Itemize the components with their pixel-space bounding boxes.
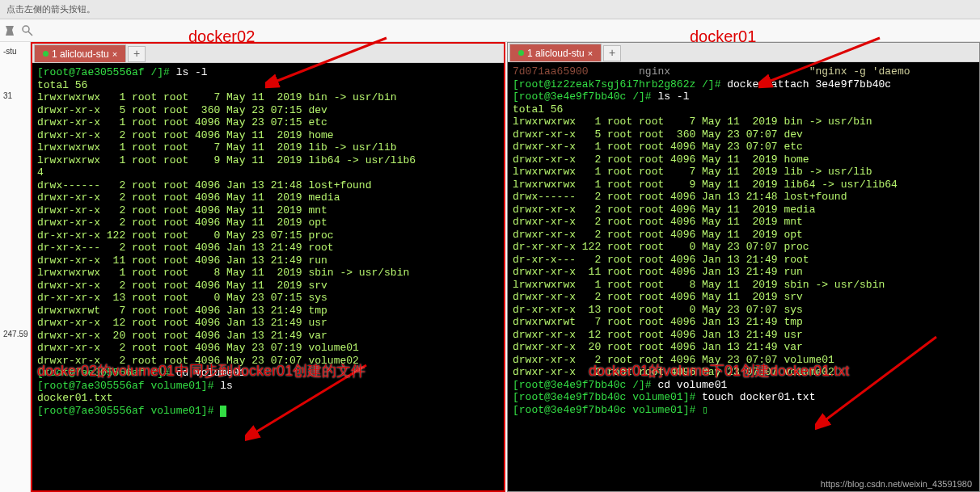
- terminal-pane-right: 1 alicloud-stu × + 7d071aa65900 nginx "n…: [507, 42, 980, 492]
- toolbar: [0, 19, 980, 42]
- status-dot-icon: [43, 51, 49, 57]
- hint-text: 点击左侧的箭头按钮。: [6, 4, 95, 14]
- close-icon[interactable]: ×: [588, 48, 593, 58]
- pin-icon[interactable]: [3, 24, 16, 37]
- sidebar-item[interactable]: 247.59: [2, 328, 28, 340]
- sidebar-item[interactable]: -stu: [2, 45, 28, 57]
- add-tab-button[interactable]: +: [128, 46, 146, 62]
- search-icon[interactable]: [21, 24, 34, 37]
- terminal-right[interactable]: 7d071aa65900 nginx "nginx -g 'daemo[root…: [508, 62, 979, 491]
- annotation-right: docker01的volume下01创建docker01.txt: [589, 361, 977, 381]
- close-icon[interactable]: ×: [112, 49, 117, 59]
- tab-session-left[interactable]: 1 alicloud-stu ×: [34, 44, 126, 62]
- add-tab-button[interactable]: +: [603, 45, 621, 61]
- sidebar: -stu 31 247.59: [0, 42, 31, 492]
- tabbar-left: 1 alicloud-stu × +: [32, 44, 504, 63]
- terminal-left[interactable]: [root@7ae305556af /]# ls -ltotal 56lrwxr…: [32, 63, 504, 490]
- tab-session-right[interactable]: 1 alicloud-stu ×: [509, 44, 602, 61]
- sidebar-item[interactable]: 31: [2, 90, 28, 102]
- status-dot-icon: [518, 50, 524, 56]
- tab-title: 1 alicloud-stu: [52, 48, 109, 60]
- tab-title: 1 alicloud-stu: [527, 48, 585, 59]
- watermark: https://blog.csdn.net/weixin_43591980: [821, 479, 972, 489]
- annotation-left: docker02的volume01中同步到docker01创建的文件: [37, 361, 490, 381]
- pane-label-left: docker02: [188, 27, 255, 46]
- terminal-pane-left: 1 alicloud-stu × + [root@7ae305556af /]#…: [31, 42, 505, 492]
- top-hint-bar: 点击左侧的箭头按钮。: [0, 0, 980, 19]
- main-area: -stu 31 247.59 docker02 docker01 docker0…: [0, 42, 980, 492]
- pane-label-right: docker01: [690, 27, 756, 46]
- svg-point-0: [23, 26, 29, 32]
- svg-line-1: [28, 32, 32, 36]
